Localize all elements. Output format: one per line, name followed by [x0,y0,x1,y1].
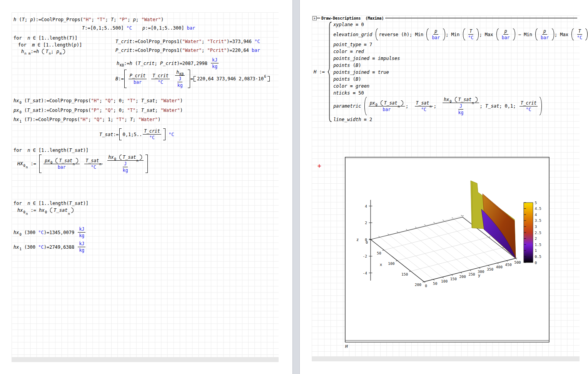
worksheet-page-left[interactable]: h (T; p):=CoolProp_Props("H"; "T"; T; "P… [0,0,292,374]
svg-text:500: 500 [514,260,521,264]
plot-frame [345,157,549,342]
plot-region[interactable]: 050100150200 050100150200250300350400450… [345,157,550,342]
insertion-cursor[interactable]: + [317,163,321,169]
svg-text:2.5: 2.5 [535,231,541,235]
maxima-lhs: H := [314,69,327,75]
formula-Pcrit[interactable]: P_crit:=CoolProp_Props1("Water"; "Pcrit"… [115,48,260,53]
svg-text:50: 50 [377,251,381,255]
x-axis-label: x [380,262,382,267]
3d-surface-plot: 050100150200 050100150200250300350400450… [345,157,550,342]
formula-hx1-300[interactable]: hx1 (300 °C)=2749,6388 kJkg [13,241,86,253]
worksheet-page-right[interactable]: + Draw-Descriptions (Maxima) H := xyplan… [300,0,588,374]
svg-text:-2: -2 [363,254,367,258]
maxima-point-type[interactable]: point_type = 7 [333,42,372,47]
svg-text:450: 450 [505,263,512,267]
formula-HX0-matrix[interactable]: HX0n := px0 T_satnbarT_satn°Chx0 T_satnJ… [17,155,148,173]
formula-for-m-p[interactable]: for m ∈ [1..length(p)] [18,42,82,48]
svg-text:150: 150 [401,272,408,276]
formula-Tcrit[interactable]: T_crit:=CoolProp_Props1("Water"; "Tcrit"… [115,39,260,44]
svg-text:3.5: 3.5 [535,218,541,223]
svg-text:-4: -4 [363,271,368,275]
collapse-icon-glyph: + [314,17,316,20]
svg-text:4.5: 4.5 [535,206,541,211]
maxima-line-width[interactable]: line_width = 2 [333,116,372,122]
svg-text:4: 4 [365,204,367,208]
maxima-parametric[interactable]: parametric px0 T_satnbar; T_satn°C; hx0 … [333,97,542,115]
region-rule [385,18,577,18]
y-axis-label: y [478,273,480,278]
maxima-definition-H[interactable]: H := xyplane = 0elevation_grid reverse (… [314,22,588,122]
maxima-points-joined-impulses[interactable]: points_joined = impulses [333,55,400,61]
region-title: Draw-Descriptions (Maxima) [320,16,385,20]
svg-text:1.5: 1.5 [535,243,541,247]
maxima-color-red[interactable]: color = red [333,48,364,54]
formula-B-matrix[interactable]: B:=P_critbarT_crit°ChKBJkg=220,64 373,94… [115,70,270,88]
svg-text:350: 350 [487,267,493,271]
svg-text:2: 2 [535,236,537,241]
system-brace-icon [327,22,332,122]
page-right-bottom-strip [312,356,580,361]
svg-text:4: 4 [535,213,537,217]
collapse-icon[interactable]: + [312,16,317,20]
formula-hx0-def[interactable]: hx0 (T_sat):=CoolProp_Props("H"; "Q"; 0;… [13,98,183,103]
formula-hx1-def[interactable]: hx1 (T):=CoolProp_Props("H"; "Q"; 1; "T"… [13,117,160,122]
maxima-color-green[interactable]: color = green [333,83,369,89]
svg-text:0: 0 [535,261,537,265]
svg-text:1: 1 [535,248,537,253]
svg-text:0.5: 0.5 [535,254,541,259]
svg-text:5: 5 [535,201,537,205]
svg-text:2: 2 [365,221,367,225]
formula-for-n-T[interactable]: for n ∈ [1..length(T)] [13,35,77,41]
plot-caption: H [345,344,348,349]
svg-text:3: 3 [535,224,537,229]
svg-text:0: 0 [425,284,427,288]
region-dash [317,18,320,18]
svg-text:200: 200 [459,274,466,279]
formula-for-n-Tsat-1[interactable]: for n ∈ [1..length(T_sat)] [13,148,89,153]
svg-text:0: 0 [365,238,367,242]
page-divider [292,0,300,374]
formula-hx0-300[interactable]: hx0 (300 °C)=1345,0079 kJkg [13,226,86,238]
formula-h-def[interactable]: h (T; p):=CoolProp_Props("H"; "T"; T; "P… [13,17,164,22]
z-axis-label: z [356,237,359,242]
maxima-lines: xyplane = 0elevation_grid reverse (h); M… [333,22,588,122]
formula-px0-def[interactable]: px0 (T_sat):=CoolProp_Props("P"; "Q"; 0;… [13,108,183,113]
maxima-points-B-1[interactable]: points (B) [333,62,361,68]
svg-text:200: 200 [415,283,421,287]
formula-for-n-Tsat-2[interactable]: for n ∈ [1..length(T_sat)] [13,201,89,206]
svg-text:50: 50 [433,281,438,286]
smath-worksheet: h (T; p):=CoolProp_Props("H"; "T"; T; "P… [0,0,588,374]
svg-text:150: 150 [450,277,457,281]
svg-text:250: 250 [468,272,475,276]
formula-hKB[interactable]: hKB:=h (T_crit; P_crit)=2087,2998 kJkg [117,57,219,69]
formula-p-range[interactable]: p:=[0,1;5..300] bar [142,25,195,31]
region-header-draw-descriptions[interactable]: + Draw-Descriptions (Maxima) [312,15,577,21]
formula-Tsat-def[interactable]: T_sat:=0,1;5..T_crit°C °C [99,128,174,140]
maxima-xyplane[interactable]: xyplane = 0 [333,22,364,27]
formula-T-range[interactable]: T:=[0,1;5..500] °C [82,25,132,31]
formula-h-nm[interactable]: hn m:=h Tn; pm [21,49,65,54]
maxima-points-B-2[interactable]: points (B) [333,76,361,82]
maxima-nticks[interactable]: nticks = 50 [333,90,364,96]
maxima-points-joined-true[interactable]: points_joined = true [333,69,389,75]
svg-text:400: 400 [496,265,503,269]
formula-hx0-n[interactable]: hx0n := hx0 T_satn [17,208,74,213]
svg-text:100: 100 [441,279,448,283]
maxima-elevation-grid[interactable]: elevation_grid reverse (h); Min pbar; Mi… [333,28,588,40]
svg-text:100: 100 [388,261,394,266]
